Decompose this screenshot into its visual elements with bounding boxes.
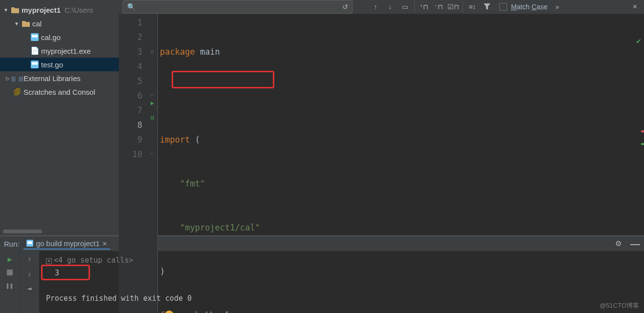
separator bbox=[414, 1, 415, 12]
line-number: 3 bbox=[119, 44, 142, 59]
fold-end-icon[interactable]: ⌐ bbox=[147, 147, 157, 162]
code-string: "fmt" bbox=[180, 179, 205, 188]
search-box[interactable]: 🔍 ↺ bbox=[123, 0, 353, 14]
line-number: 9 bbox=[119, 132, 142, 147]
tree-file-testgo[interactable]: test.go bbox=[0, 58, 119, 71]
tree-file-exe[interactable]: 📄 myproject1.exe bbox=[0, 44, 119, 58]
line-number: 6 bbox=[119, 88, 142, 103]
tree-file-calgo[interactable]: cal.go bbox=[0, 30, 119, 44]
file-label: cal.go bbox=[41, 33, 61, 42]
fold-icon[interactable]: + bbox=[46, 258, 52, 264]
filter-icon[interactable] bbox=[482, 1, 492, 12]
run-toolbar-left: ▶ ⫿⫿ bbox=[0, 251, 20, 313]
output-line: Process finished with exit code 0 bbox=[46, 292, 637, 305]
line-number: 2 bbox=[119, 30, 142, 44]
remove-selection-icon[interactable]: ⁻⊓ bbox=[433, 1, 444, 12]
prev-occurrence-icon[interactable]: ↑ bbox=[370, 1, 381, 12]
run-tab-label: go build myproject1 bbox=[36, 239, 100, 248]
up-icon[interactable]: ↑ bbox=[27, 255, 32, 264]
line-number: 8 bbox=[119, 118, 142, 132]
search-input[interactable] bbox=[138, 3, 339, 11]
project-tree[interactable]: ▼ myproject1 C:\Users ▼ cal cal.go 📄 myp… bbox=[0, 0, 119, 235]
project-path: C:\Users bbox=[65, 6, 93, 14]
tree-scratches[interactable]: ▷ 🗐 Scratches and Consol bbox=[0, 85, 119, 99]
tree-external-libraries[interactable]: ▷ ⫼⫼ External Libraries bbox=[0, 71, 119, 85]
code-keyword: package bbox=[160, 47, 195, 57]
match-case-checkbox[interactable]: Match Case bbox=[499, 3, 548, 11]
run-toolbar-2: ↑ ↓ ⇥ bbox=[20, 251, 39, 313]
line-number: 10 bbox=[119, 147, 142, 162]
error-stripe[interactable] bbox=[641, 130, 644, 132]
project-name: myproject1 bbox=[22, 6, 61, 14]
go-file-icon bbox=[30, 33, 39, 42]
folder-label: cal bbox=[32, 20, 42, 28]
down-icon[interactable]: ↓ bbox=[27, 270, 32, 278]
search-icon: 🔍 bbox=[127, 3, 135, 11]
watermark: @51CTO博客 bbox=[600, 301, 639, 310]
output-text: <4 go setup calls> bbox=[54, 256, 133, 265]
fold-icon[interactable]: ⊟ bbox=[147, 44, 157, 59]
stop-icon[interactable] bbox=[7, 270, 13, 275]
annotation-highlight bbox=[172, 71, 274, 88]
select-occurrences-icon[interactable]: ☑⊓ bbox=[448, 1, 459, 12]
close-icon[interactable]: × bbox=[103, 239, 107, 248]
checkbox-icon[interactable] bbox=[499, 3, 507, 11]
exe-file-icon: 📄 bbox=[30, 46, 39, 55]
run-gutter-icon[interactable]: ▶ ⊟ bbox=[147, 103, 157, 118]
code-keyword: import bbox=[160, 135, 190, 145]
rerun-icon[interactable]: ▶ bbox=[7, 255, 12, 264]
go-file-icon bbox=[30, 60, 39, 69]
ok-stripe[interactable] bbox=[641, 143, 644, 145]
tree-label: External Libraries bbox=[23, 74, 81, 83]
folder-icon bbox=[22, 19, 30, 28]
file-label: myproject1.exe bbox=[41, 47, 91, 55]
code-editor: 🔍 ↺ ↑ ↓ ▭ ⁺⊓ ⁻⊓ ☑⊓ ≡↕ Match Case » × bbox=[119, 0, 644, 235]
inspection-ok-icon[interactable]: ✔ bbox=[636, 34, 641, 48]
folder-icon bbox=[11, 5, 20, 14]
tree-label: Scratches and Consol bbox=[23, 88, 95, 96]
run-label: Run: bbox=[4, 240, 20, 248]
output-text: 3 bbox=[55, 269, 59, 277]
line-number: 5 bbox=[119, 74, 142, 88]
history-icon[interactable]: ↺ bbox=[342, 3, 348, 11]
tree-folder-cal[interactable]: ▼ cal bbox=[0, 17, 119, 30]
more-icon[interactable]: » bbox=[555, 3, 559, 11]
select-all-icon[interactable]: ▭ bbox=[400, 1, 410, 12]
go-file-icon bbox=[26, 240, 33, 247]
file-label: test.go bbox=[41, 61, 63, 69]
next-occurrence-icon[interactable]: ↓ bbox=[385, 1, 396, 12]
line-number: 4 bbox=[119, 59, 142, 74]
add-selection-icon[interactable]: ⁺⊓ bbox=[419, 1, 429, 12]
code-string: "myproject1/cal" bbox=[180, 223, 260, 232]
match-case-label: Match Case bbox=[511, 3, 548, 11]
layout-icon[interactable]: ⫿⫿ bbox=[6, 281, 14, 290]
export-icon[interactable]: ⇥ bbox=[27, 284, 32, 293]
code-text: ( bbox=[190, 135, 200, 145]
expand-icon[interactable]: ▼ bbox=[3, 7, 9, 13]
output-line: 3 bbox=[46, 267, 637, 279]
tree-project-root[interactable]: ▼ myproject1 C:\Users bbox=[0, 3, 119, 17]
run-output[interactable]: +<4 go setup calls> 3 Process finished w… bbox=[39, 251, 644, 313]
tree-scrollbar[interactable] bbox=[3, 230, 42, 233]
find-toolbar: 🔍 ↺ ↑ ↓ ▭ ⁺⊓ ⁻⊓ ☑⊓ ≡↕ Match Case » × bbox=[119, 0, 644, 14]
line-number: 1 bbox=[119, 15, 142, 30]
line-number: 7 bbox=[119, 103, 142, 118]
separator bbox=[463, 1, 463, 12]
libraries-icon: ⫼⫼ bbox=[13, 74, 22, 83]
run-tab[interactable]: go build myproject1 × bbox=[23, 238, 110, 250]
settings-icon[interactable]: ≡↕ bbox=[467, 1, 478, 12]
output-line: +<4 go setup calls> bbox=[46, 254, 637, 267]
code-text: main bbox=[195, 47, 220, 57]
close-icon[interactable]: × bbox=[630, 2, 640, 11]
scratches-icon: 🗐 bbox=[13, 87, 22, 96]
expand-icon[interactable]: ▼ bbox=[14, 21, 20, 26]
